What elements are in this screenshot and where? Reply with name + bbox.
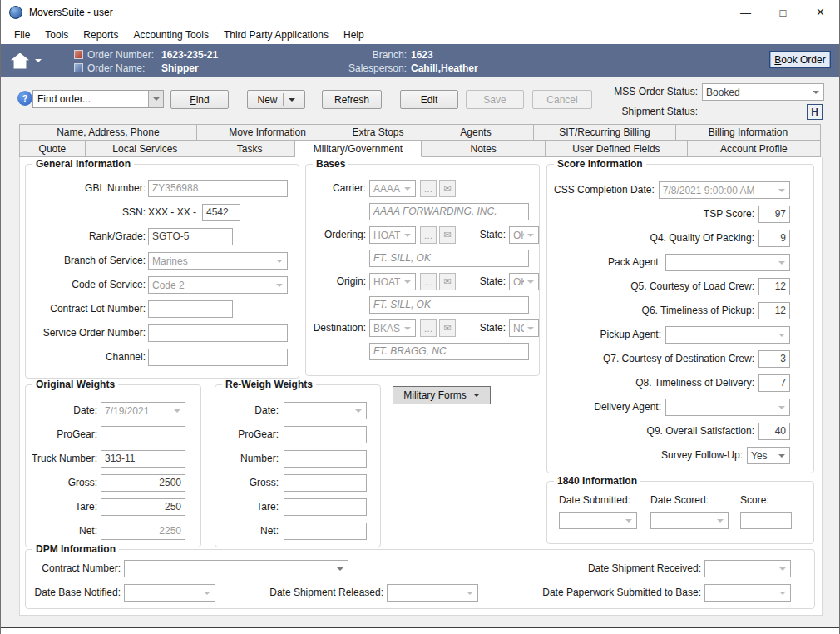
date-submitted-select[interactable] — [559, 512, 637, 529]
tab-tasks[interactable]: Tasks — [205, 141, 295, 157]
ordering-label: Ordering: — [308, 226, 366, 244]
new-button[interactable]: New — [247, 90, 305, 109]
q5-courtesy-of-load-crew-input[interactable]: 12 — [758, 278, 790, 295]
date-base-notified-select[interactable] — [124, 584, 215, 602]
q9-overall-satisfaction-input[interactable]: 40 — [758, 423, 790, 440]
combo-dropdown-button[interactable] — [148, 91, 163, 107]
code-of-service-label: Code of Service: — [31, 276, 146, 294]
tab-move-information[interactable]: Move Information — [197, 124, 339, 141]
ssn-input[interactable]: 4542 — [202, 204, 240, 221]
destination-select[interactable]: BKAS — [369, 319, 416, 337]
date-shipment-received-select[interactable] — [704, 560, 791, 577]
destination-lookup-button[interactable]: … — [420, 319, 437, 337]
minimize-button[interactable]: — — [727, 0, 764, 25]
ordering-select[interactable]: HOAT — [369, 226, 416, 244]
military-forms-button[interactable]: Military Forms — [393, 386, 491, 404]
tab-billing-information[interactable]: Billing Information — [676, 124, 821, 141]
score-1840-input[interactable] — [740, 512, 792, 529]
contract-lot-number-input[interactable] — [148, 300, 233, 318]
menu-item-help[interactable]: Help — [337, 27, 371, 43]
tab-local-services[interactable]: Local Services — [86, 141, 205, 157]
carrier-mail-button[interactable]: ✉ — [439, 180, 456, 197]
origin-select[interactable]: HOAT — [369, 273, 416, 290]
delivery-agent-select[interactable] — [665, 399, 790, 416]
pickup-agent-select[interactable] — [665, 326, 790, 344]
truck-number-input[interactable]: 313-11 — [101, 450, 185, 468]
menu-bar: File Tools Reports Accounting Tools Thir… — [1, 25, 839, 44]
menu-item-third-party-applications[interactable]: Third Party Applications — [217, 27, 335, 43]
original-progear-input[interactable] — [101, 426, 185, 443]
reweigh-gross-input[interactable] — [284, 474, 367, 492]
ordering-lookup-button[interactable]: … — [420, 226, 437, 244]
menu-item-file[interactable]: File — [7, 27, 37, 43]
find-order-combobox[interactable]: Find order... — [32, 90, 164, 108]
destination-label: Destination: — [308, 319, 366, 337]
original-date-select[interactable]: 7/19/2021 — [101, 402, 185, 419]
reweigh-number-input[interactable] — [284, 450, 367, 468]
origin-state-select[interactable]: OK — [509, 273, 539, 290]
origin-lookup-button[interactable]: … — [420, 273, 437, 290]
branch-value: 1623 — [411, 49, 433, 61]
tab-military-government[interactable]: Military/Government — [295, 141, 422, 157]
reweigh-progear-input[interactable] — [284, 426, 367, 443]
gbl-number-label: GBL Number: — [31, 180, 146, 197]
carrier-select[interactable]: AAAA — [369, 180, 416, 197]
q7-courtesy-of-destination-crew-input[interactable]: 3 — [758, 350, 790, 368]
edit-button[interactable]: Edit — [400, 90, 458, 109]
q4-quality-of-packing-input[interactable]: 9 — [758, 230, 790, 247]
maximize-button[interactable]: □ — [764, 0, 802, 25]
home-menu-button[interactable] — [11, 50, 49, 72]
original-tare-input[interactable]: 250 — [101, 498, 185, 516]
tab-sit-recurring-billing[interactable]: SIT/Recurring Billing — [534, 124, 676, 141]
reweigh-date-select[interactable] — [284, 402, 367, 419]
branch-of-service-select[interactable]: Marines — [148, 252, 288, 270]
pack-agent-select[interactable] — [665, 254, 790, 271]
menu-item-reports[interactable]: Reports — [77, 27, 125, 43]
ordering-state-select[interactable]: OK — [509, 226, 539, 244]
menu-item-tools[interactable]: Tools — [38, 27, 75, 43]
destination-mail-button[interactable]: ✉ — [439, 319, 456, 337]
close-button[interactable]: × — [802, 0, 839, 25]
history-button[interactable]: H — [807, 104, 823, 120]
gbl-number-input[interactable]: ZY356988 — [148, 180, 288, 197]
ordering-mail-button[interactable]: ✉ — [439, 226, 456, 244]
tab-user-defined-fields[interactable]: User Defined Fields — [546, 141, 688, 157]
code-of-service-select[interactable]: Code 2 — [148, 276, 288, 294]
carrier-lookup-button[interactable]: … — [420, 180, 437, 197]
find-button[interactable]: Find — [170, 90, 229, 109]
date-scored-select[interactable] — [650, 512, 729, 529]
original-gross-input[interactable]: 2500 — [101, 474, 185, 492]
service-order-number-input[interactable] — [148, 324, 288, 342]
contract-number-select[interactable] — [124, 560, 348, 577]
book-order-button[interactable]: Book Order — [769, 51, 831, 68]
date-paperwork-submitted-select[interactable] — [704, 584, 791, 602]
menu-item-accounting-tools[interactable]: Accounting Tools — [126, 27, 215, 43]
tab-quote[interactable]: Quote — [19, 141, 86, 157]
chevron-down-icon — [625, 519, 632, 523]
mss-order-status-select[interactable]: Booked — [702, 83, 824, 101]
css-completion-date-select[interactable]: 7/8/2021 9:00:00 AM — [659, 181, 790, 199]
origin-mail-button[interactable]: ✉ — [439, 273, 456, 290]
help-icon[interactable]: ? — [17, 91, 32, 106]
rank-grade-input[interactable]: SGTO-5 — [148, 228, 233, 245]
tsp-score-input[interactable]: 97 — [758, 206, 790, 223]
chevron-down-icon — [404, 187, 411, 191]
tab-notes[interactable]: Notes — [422, 141, 545, 157]
find-order-input[interactable]: Find order... — [33, 91, 148, 107]
tab-account-profile[interactable]: Account Profile — [688, 141, 821, 157]
tab-extra-stops[interactable]: Extra Stops — [338, 124, 418, 141]
channel-input[interactable] — [148, 349, 288, 366]
reweigh-tare-input[interactable] — [284, 498, 367, 516]
destination-state-select[interactable]: NC — [509, 319, 539, 337]
date-shipment-released-select[interactable] — [387, 584, 478, 602]
carrier-label: Carrier: — [308, 180, 366, 197]
tab-agents[interactable]: Agents — [418, 124, 534, 141]
tab-name-address-phone[interactable]: Name, Address, Phone — [19, 124, 197, 141]
chevron-down-icon — [813, 91, 819, 94]
refresh-button[interactable]: Refresh — [322, 90, 382, 109]
survey-follow-up-select[interactable]: Yes — [747, 447, 790, 464]
reweigh-net-input[interactable] — [284, 523, 367, 540]
save-button[interactable]: Save — [466, 90, 524, 109]
q6-timeliness-of-pickup-input[interactable]: 12 — [758, 302, 790, 319]
q8-timeliness-of-delivery-input[interactable]: 7 — [758, 374, 790, 392]
